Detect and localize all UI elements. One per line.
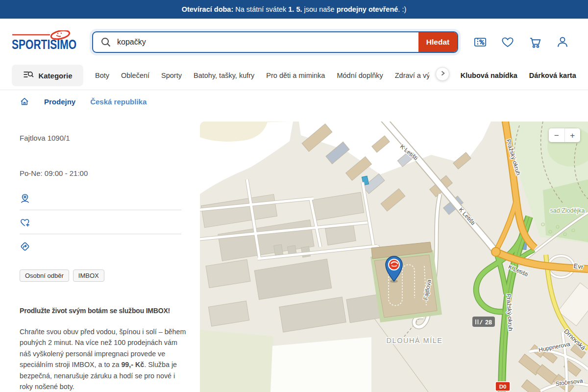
- list-magnifier-icon: [23, 69, 34, 82]
- imbox-description: Chraňte svou obuv před vodou, špínou i s…: [20, 326, 186, 392]
- breadcrumb-prodejny[interactable]: Prodejny: [44, 98, 75, 106]
- nav-item-boty[interactable]: Boty: [95, 72, 109, 79]
- nav-item-doplnky[interactable]: Módní doplňky: [337, 72, 383, 79]
- exit-badge: 28: [472, 317, 495, 327]
- cart-icon[interactable]: [528, 35, 542, 49]
- search-input[interactable]: [112, 32, 418, 52]
- imbox-heading: Prodlužte život svým botám se službou IM…: [20, 307, 170, 315]
- page: Otevírací doba: Na státní svátek 1. 5. j…: [0, 0, 588, 392]
- nav-items: Boty Oblečení Sporty Batohy, tašky, kufr…: [95, 61, 576, 90]
- imbox-price: 99,- Kč: [121, 361, 144, 368]
- nav-item-obleceni[interactable]: Oblečení: [121, 72, 149, 79]
- chevron-right-icon: [440, 70, 446, 78]
- nav-item-batohy[interactable]: Batohy, tašky, kufry: [194, 72, 254, 79]
- nav-item-zdravi[interactable]: Zdraví a výživa: [395, 72, 429, 79]
- wishlist-icon[interactable]: [501, 35, 514, 49]
- banner-bold: Otevírací doba:: [182, 5, 234, 13]
- tag-osobni-odber[interactable]: Osobní odběr: [20, 270, 69, 282]
- road-shield-label: D0: [499, 384, 507, 390]
- nav-item-sporty[interactable]: Sporty: [161, 72, 182, 79]
- sportisimo-logo[interactable]: SPORTISIMO: [12, 30, 77, 52]
- divider: [20, 234, 181, 234]
- park-label: sad Zlodějka: [550, 207, 585, 214]
- map-canvas[interactable]: 28 D0 K Letišti K Letišti K Letišti Fajt…: [200, 122, 588, 392]
- search-bar: Hledat: [92, 31, 458, 53]
- account-icon[interactable]: [556, 35, 569, 49]
- breadcrumb-ceska-republika[interactable]: Česká republika: [90, 98, 147, 106]
- search-submit-button[interactable]: Hledat: [418, 32, 457, 52]
- store-address: Fajtlova 1090/1: [20, 134, 70, 142]
- zoom-in-button[interactable]: +: [564, 128, 581, 142]
- map-zoom-control: − +: [549, 128, 580, 142]
- kategorie-button[interactable]: Kategorie: [12, 65, 83, 86]
- store-location-row[interactable]: [20, 193, 30, 204]
- promo-banner: Otevírací doba: Na státní svátek 1. 5. j…: [0, 0, 588, 19]
- home-icon[interactable]: [20, 97, 29, 106]
- heart-plus-icon: [20, 217, 30, 228]
- divider: [20, 210, 181, 210]
- road-shield-d0: D0: [495, 382, 510, 391]
- tag-imbox[interactable]: IMBOX: [73, 270, 104, 282]
- store-map[interactable]: 28 D0 K Letišti K Letišti K Letišti Fajt…: [200, 122, 588, 392]
- exit-number: 28: [485, 319, 492, 326]
- street-label: Evr: [573, 262, 584, 270]
- nav-scroll-right-button[interactable]: [436, 67, 449, 81]
- favorite-store-row[interactable]: [20, 217, 30, 228]
- district-label: DLOUHÁ MÍLE: [387, 337, 443, 344]
- person-pin-icon: [20, 193, 30, 204]
- diamond-arrow-icon: [20, 241, 30, 252]
- nav-item-darkova[interactable]: Dárková karta: [529, 72, 576, 79]
- navigate-row[interactable]: [20, 241, 30, 252]
- kategorie-label: Kategorie: [38, 72, 72, 80]
- store-opening-hours: Po-Ne: 09:00 - 21:00: [20, 169, 88, 177]
- nav-item-klubova[interactable]: Klubová nabídka: [461, 72, 517, 79]
- store-tags: Osobní odběr IMBOX: [20, 270, 104, 282]
- zoom-out-button[interactable]: −: [549, 128, 564, 142]
- nav-item-deti[interactable]: Pro děti a miminka: [266, 72, 325, 79]
- main-nav: Kategorie Boty Oblečení Sporty Batohy, t…: [0, 61, 588, 90]
- search-icon: [93, 32, 112, 52]
- voucher-icon[interactable]: [473, 35, 487, 49]
- logo-text: SPORTISIMO: [12, 37, 76, 52]
- breadcrumb: Prodejny Česká republika: [20, 94, 147, 109]
